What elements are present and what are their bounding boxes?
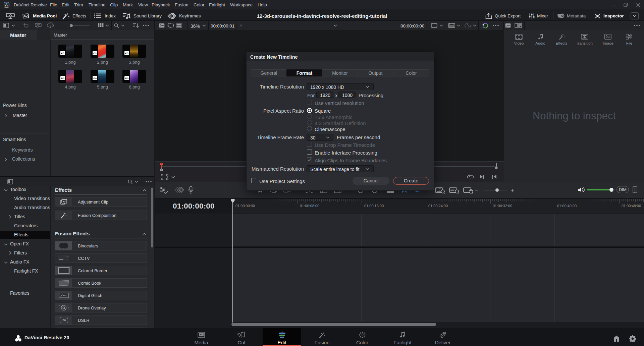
svg-text:HQ: HQ	[450, 25, 454, 27]
